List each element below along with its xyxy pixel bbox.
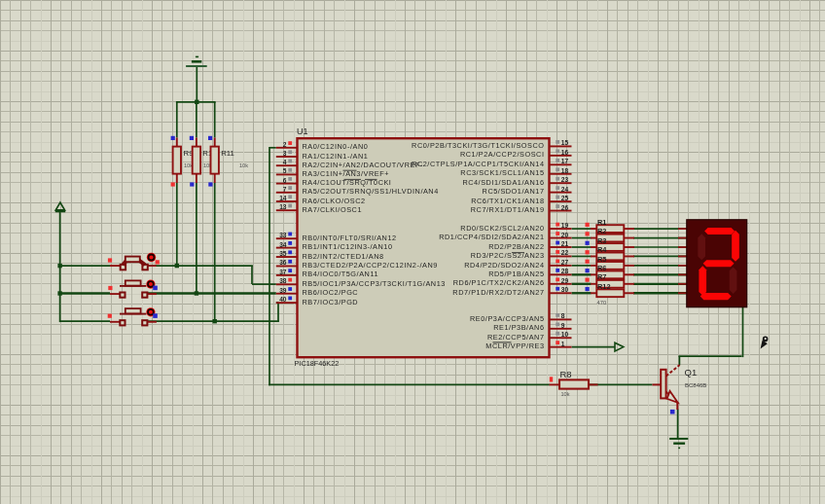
svg-text:18: 18: [561, 167, 569, 174]
svg-text:RC2/CTPLS/P1A/CCP1/T5CKI/AN14: RC2/CTPLS/P1A/CCP1/T5CKI/AN14: [412, 160, 544, 168]
svg-text:RD7/P1D/RX2/DT2/AN27: RD7/P1D/RX2/DT2/AN27: [452, 288, 544, 297]
svg-text:RB4/IOC0/T5G/AN11: RB4/IOC0/T5G/AN11: [303, 270, 379, 278]
svg-text:R5: R5: [597, 255, 606, 264]
svg-text:30: 30: [561, 286, 569, 293]
svg-text:17: 17: [561, 158, 569, 164]
svg-text:RD1/CCP4/SDI2/SDA2/AN21: RD1/CCP4/SDI2/SDA2/AN21: [439, 233, 544, 241]
svg-text:5: 5: [283, 167, 287, 174]
svg-text:RC5/SDO1/AN17: RC5/SDO1/AN17: [483, 187, 545, 196]
svg-text:15: 15: [561, 139, 569, 146]
svg-text:38: 38: [279, 277, 287, 284]
svg-text:36: 36: [279, 259, 287, 266]
svg-text:RB3/CTED2/P2A/CCP2/C12IN2-/AN9: RB3/CTED2/P2A/CCP2/C12IN2-/AN9: [303, 261, 438, 270]
svg-text:9: 9: [561, 322, 565, 329]
svg-text:26: 26: [561, 204, 569, 211]
svg-text:RB5/IOC1/P3A/CCP3/T3CKI/T1G/AN: RB5/IOC1/P3A/CCP3/T3CKI/T1G/AN13: [303, 279, 446, 288]
svg-text:RD3/P2C/SS2/AN23: RD3/P2C/SS2/AN23: [471, 251, 545, 260]
svg-text:R4: R4: [597, 245, 607, 254]
svg-text:14: 14: [279, 195, 287, 201]
svg-text:20: 20: [561, 232, 569, 238]
svg-text:RB2/INT2/CTED1/AN8: RB2/INT2/CTED1/AN8: [303, 252, 384, 261]
svg-text:19: 19: [561, 222, 569, 229]
svg-text:RA2/C2IN+/AN2/DACOUT/VREF-: RA2/C2IN+/AN2/DACOUT/VREF-: [303, 161, 423, 169]
svg-text:Q1: Q1: [685, 367, 698, 378]
svg-text:RA7/CLKI/OSC1: RA7/CLKI/OSC1: [303, 205, 363, 214]
svg-text:RC6/TX1/CK1/AN18: RC6/TX1/CK1/AN18: [471, 197, 544, 205]
svg-text:BC846B: BC846B: [685, 382, 706, 388]
svg-text:RA1/C12IN1-/AN1: RA1/C12IN1-/AN1: [303, 152, 369, 161]
svg-text:RD0/SCK2/SCL2/AN20: RD0/SCK2/SCL2/AN20: [460, 224, 544, 233]
svg-text:28: 28: [561, 268, 569, 274]
svg-text:R6: R6: [597, 264, 606, 272]
svg-text:RD5/P1B/AN25: RD5/P1B/AN25: [488, 270, 544, 278]
svg-text:RE1/P3B/AN6: RE1/P3B/AN6: [493, 323, 544, 332]
svg-text:U1: U1: [297, 126, 308, 136]
svg-text:13: 13: [279, 203, 287, 210]
svg-text:R3: R3: [597, 236, 606, 245]
svg-text:10k: 10k: [239, 162, 248, 168]
svg-text:PIC18F46K22: PIC18F46K22: [295, 359, 340, 368]
svg-text:8: 8: [561, 312, 565, 319]
svg-text:1: 1: [561, 341, 565, 347]
svg-text:R7: R7: [597, 272, 606, 281]
svg-text:RA5/C2OUT/SRNQ/SS1/HLVDIN/AN4: RA5/C2OUT/SRNQ/SS1/HLVDIN/AN4: [303, 187, 439, 196]
svg-text:27: 27: [561, 259, 569, 266]
svg-text:RD2/P2B/AN22: RD2/P2B/AN22: [488, 242, 544, 251]
svg-text:37: 37: [279, 269, 287, 275]
svg-text:23: 23: [561, 176, 569, 183]
svg-text:10: 10: [561, 331, 569, 338]
svg-text:16: 16: [561, 149, 569, 156]
svg-text:24: 24: [561, 186, 569, 193]
svg-text:R2: R2: [597, 227, 606, 235]
svg-text:35: 35: [279, 250, 287, 257]
svg-text:21: 21: [561, 240, 569, 247]
svg-text:33: 33: [279, 232, 287, 238]
svg-text:3: 3: [283, 150, 287, 157]
svg-text:RA6/CLKO/OSC2: RA6/CLKO/OSC2: [303, 197, 366, 205]
svg-text:MCLR/VPP/RE3: MCLR/VPP/RE3: [485, 342, 544, 350]
svg-text:470: 470: [597, 300, 607, 306]
svg-text:R12: R12: [597, 282, 611, 291]
svg-text:RC7/RX1/DT1/AN19: RC7/RX1/DT1/AN19: [471, 205, 545, 214]
svg-text:RD4/P2D/SDO2/AN24: RD4/P2D/SDO2/AN24: [464, 261, 544, 270]
svg-text:22: 22: [561, 249, 569, 256]
svg-text:RD6/P1C/TX2/CK2/AN26: RD6/P1C/TX2/CK2/AN26: [453, 278, 545, 287]
svg-text:RB7/IOC3/PGD: RB7/IOC3/PGD: [303, 298, 359, 306]
svg-text:39: 39: [279, 287, 287, 294]
svg-text:6: 6: [283, 177, 287, 184]
svg-text:RC0/P2B/T3CKI/T3G/T1CKI/SOSCO: RC0/P2B/T3CKI/T3G/T1CKI/SOSCO: [412, 141, 544, 150]
svg-text:RA0/C12IN0-/AN0: RA0/C12IN0-/AN0: [303, 142, 369, 151]
svg-text:29: 29: [561, 277, 569, 284]
svg-text:7: 7: [283, 186, 287, 193]
svg-text:RB6/IOC2/PGC: RB6/IOC2/PGC: [303, 288, 359, 297]
svg-text:40: 40: [279, 296, 287, 303]
svg-text:RC1/P2A/CCP2/SOSCI: RC1/P2A/CCP2/SOSCI: [460, 150, 545, 159]
svg-text:RC4/SDI1/SDA1/AN16: RC4/SDI1/SDA1/AN16: [462, 178, 544, 187]
svg-text:2: 2: [283, 141, 287, 148]
svg-text:4: 4: [283, 159, 287, 165]
svg-text:10k: 10k: [561, 391, 570, 397]
svg-text:RE2/CCP5/AN7: RE2/CCP5/AN7: [487, 333, 545, 342]
svg-text:RC3/SCK1/SCL1/AN15: RC3/SCK1/SCL1/AN15: [460, 168, 544, 177]
svg-text:R11: R11: [221, 149, 234, 158]
svg-text:25: 25: [561, 195, 569, 201]
svg-text:RB1/INT1/C12IN3-/AN10: RB1/INT1/C12IN3-/AN10: [303, 242, 393, 251]
svg-text:R8: R8: [560, 369, 572, 379]
svg-text:R1: R1: [597, 218, 606, 227]
svg-text:34: 34: [279, 241, 287, 248]
svg-text:RB0/INT0/FLT0/SRI/AN12: RB0/INT0/FLT0/SRI/AN12: [303, 234, 397, 242]
svg-text:RE0/P3A/CCP3/AN5: RE0/P3A/CCP3/AN5: [470, 314, 545, 323]
